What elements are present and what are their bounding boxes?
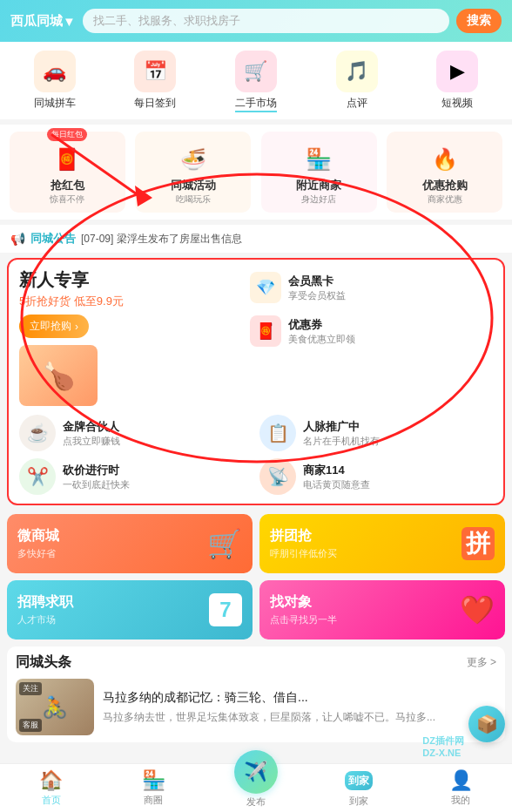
- nav-home[interactable]: 🏠 首页: [0, 769, 103, 807]
- mall-nav-icon: 🏪: [142, 769, 165, 792]
- quick-menu: 每日红包 🧧 抢红包 惊喜不停 🍜 同城活动 吃喝玩乐 🏪 附近商家 身边好店 …: [0, 125, 512, 220]
- nav-carpooling-label: 同城拼车: [34, 96, 76, 111]
- notice-tag: 同城公告: [30, 231, 76, 247]
- news-more-btn[interactable]: 更多 >: [467, 655, 496, 670]
- promo-grid: ☕ 金牌合伙人 点我立即赚钱 📋 人脉推广中 名片在手机机找有 ✂️ 砍价进行时…: [19, 415, 493, 495]
- member-card-subtitle: 享受会员权益: [288, 289, 346, 302]
- float-cube-btn[interactable]: 📦: [468, 706, 505, 742]
- notice-text: [07-09] 梁浮生发布了房屋出售信息: [81, 232, 242, 247]
- bargain-icon: ✂️: [19, 458, 56, 495]
- promo-right: 💎 会员黑卡 享受会员权益 🧧 优惠券 美食优惠立即领: [250, 268, 493, 406]
- app-header: 西瓜同城 ▼ 找二手、找服务、求职找房子 搜索: [0, 0, 512, 42]
- nav-mall[interactable]: 🏪 商圈: [103, 769, 205, 807]
- partner-item[interactable]: ☕ 金牌合伙人 点我立即赚钱: [19, 415, 253, 451]
- banner-cards: 微商城 多快好省 🛒 拼团抢 呼朋引伴低价买 拼 招聘求职 人才市场 7 找对象…: [0, 507, 512, 646]
- location-chevron: ▼: [63, 14, 76, 29]
- red-packet-icon: 🧧: [51, 144, 83, 175]
- group-buy-subtitle: 呼朋引伴低价买: [270, 547, 337, 560]
- promo-food-image: 🍗: [19, 345, 98, 406]
- location-selector[interactable]: 西瓜同城 ▼: [10, 13, 76, 30]
- search-button[interactable]: 搜索: [456, 9, 502, 33]
- nearby-icon: 🏪: [303, 144, 334, 175]
- bargain-item[interactable]: ✂️ 砍价进行时 一砍到底赶快来: [19, 458, 253, 495]
- coupon-item[interactable]: 🧧 优惠券 美食优惠立即领: [250, 312, 493, 350]
- group-buy-card[interactable]: 拼团抢 呼朋引伴低价买 拼: [259, 514, 505, 573]
- qm-activity[interactable]: 🍜 同城活动 吃喝玩乐: [135, 132, 251, 213]
- review-icon: 🎵: [336, 51, 378, 92]
- job-subtitle: 人才市场: [17, 613, 73, 626]
- nav-video-label: 短视频: [441, 96, 473, 111]
- group-buy-title: 拼团抢: [270, 527, 337, 545]
- dating-title: 找对象: [270, 593, 337, 612]
- merchant114-subtitle: 电话黄页随意查: [303, 478, 370, 491]
- checkin-icon: 📅: [134, 51, 176, 92]
- news-content-desc: 马拉多纳去世，世界足坛集体致哀，巨星陨落，让人唏嘘不已。马拉多...: [103, 710, 435, 725]
- nav-video[interactable]: ▶ 短视频: [436, 51, 478, 112]
- promo-btn-arrow: ›: [75, 321, 78, 333]
- qm-activity-title: 同城活动: [171, 178, 216, 193]
- partner-title: 金牌合伙人: [63, 419, 120, 435]
- qm-redpacket-subtitle: 惊喜不停: [50, 193, 84, 206]
- dating-icon: ❤️: [460, 593, 495, 626]
- coupon-title: 优惠券: [288, 317, 355, 333]
- promo-buy-btn[interactable]: 立即抢购 ›: [19, 315, 89, 338]
- nav-market[interactable]: 🛒 二手市场: [235, 51, 277, 112]
- merchant114-item[interactable]: 📡 商家114 电话黄页随意查: [259, 458, 493, 495]
- nav-mine[interactable]: 👤 我的: [409, 769, 512, 807]
- news-content-title: 马拉多纳的成都记忆：骑三轮、借自...: [103, 689, 435, 707]
- qm-nearby[interactable]: 🏪 附近商家 身边好店: [261, 132, 377, 213]
- location-text: 西瓜同城: [10, 13, 63, 30]
- search-bar[interactable]: 找二手、找服务、求职找房子: [83, 9, 449, 33]
- watermark: DZ插件网 DZ-X.NE: [422, 734, 464, 758]
- nav-market-label: 二手市场: [235, 96, 277, 112]
- group-buy-icon: 拼: [461, 527, 495, 560]
- nav-icons-bar: 🚗 同城拼车 📅 每日签到 🛒 二手市场 🎵 点评 ▶ 短视频: [0, 42, 512, 119]
- news-section: 同城头条 更多 > 🚴 关注 客服 马拉多纳的成都记忆：骑三轮、借自... 马拉…: [7, 646, 505, 742]
- bottom-nav: 🏠 首页 🏪 商圈 ✈️ 发布 到家 到家 👤 我的: [0, 763, 512, 812]
- qm-discount[interactable]: 🔥 优惠抢购 商家优惠: [387, 132, 502, 213]
- network-item[interactable]: 📋 人脉推广中 名片在手机机找有: [259, 415, 493, 451]
- carpooling-icon: 🚗: [34, 51, 76, 92]
- video-icon: ▶: [436, 51, 478, 92]
- nav-carpooling[interactable]: 🚗 同城拼车: [34, 51, 76, 112]
- job-title: 招聘求职: [17, 593, 73, 612]
- qm-discount-subtitle: 商家优惠: [428, 193, 462, 206]
- qm-nearby-title: 附近商家: [296, 178, 341, 193]
- network-title: 人脉推广中: [303, 419, 380, 435]
- publish-nav-label: 发布: [246, 795, 266, 809]
- mall-nav-label: 商圈: [144, 794, 163, 807]
- news-header: 同城头条 更多 >: [16, 653, 496, 672]
- partner-subtitle: 点我立即赚钱: [63, 435, 120, 448]
- micro-mall-card[interactable]: 微商城 多快好省 🛒: [7, 514, 253, 573]
- qm-redpacket-title: 抢红包: [51, 178, 84, 193]
- discount-icon: 🔥: [429, 144, 461, 175]
- bargain-title: 砍价进行时: [63, 463, 130, 478]
- promo-section: 新人专享 5折抢好货 低至9.9元 立即抢购 › 🍗 💎 会员黑卡 享受会员权益…: [7, 258, 505, 505]
- network-subtitle: 名片在手机机找有: [303, 435, 380, 448]
- activity-icon: 🍜: [178, 144, 209, 175]
- nav-publish[interactable]: ✈️ 发布: [205, 768, 307, 809]
- notice-bar[interactable]: 📢 同城公告 [07-09] 梁浮生发布了房屋出售信息: [0, 225, 512, 253]
- dating-card[interactable]: 找对象 点击寻找另一半 ❤️: [259, 580, 505, 639]
- mine-nav-label: 我的: [451, 794, 470, 807]
- nav-review[interactable]: 🎵 点评: [336, 51, 378, 112]
- nav-tohome[interactable]: 到家 到家: [307, 768, 410, 808]
- job-card[interactable]: 招聘求职 人才市场 7: [7, 580, 253, 639]
- member-card-item[interactable]: 💎 会员黑卡 享受会员权益: [250, 268, 493, 307]
- news-item[interactable]: 🚴 关注 客服 马拉多纳的成都记忆：骑三轮、借自... 马拉多纳去世，世界足坛集…: [16, 679, 496, 735]
- qm-nearby-subtitle: 身边好店: [301, 193, 336, 206]
- member-card-title: 会员黑卡: [288, 274, 346, 289]
- job-icon: 7: [209, 593, 242, 626]
- news-thumbnail: 🚴 关注 客服: [16, 679, 94, 735]
- qm-red-packet[interactable]: 每日红包 🧧 抢红包 惊喜不停: [10, 132, 125, 213]
- market-icon: 🛒: [235, 51, 277, 92]
- network-icon: 📋: [259, 415, 296, 451]
- partner-icon: ☕: [19, 415, 56, 451]
- news-content: 马拉多纳的成都记忆：骑三轮、借自... 马拉多纳去世，世界足坛集体致哀，巨星陨落…: [103, 689, 435, 724]
- nav-checkin[interactable]: 📅 每日签到: [134, 51, 176, 112]
- nav-review-label: 点评: [347, 96, 367, 111]
- news-thumbnail-emoji: 🚴: [42, 695, 68, 720]
- tohome-nav-icon: 到家: [343, 768, 374, 793]
- home-nav-label: 首页: [42, 794, 61, 807]
- bargain-subtitle: 一砍到底赶快来: [63, 478, 130, 491]
